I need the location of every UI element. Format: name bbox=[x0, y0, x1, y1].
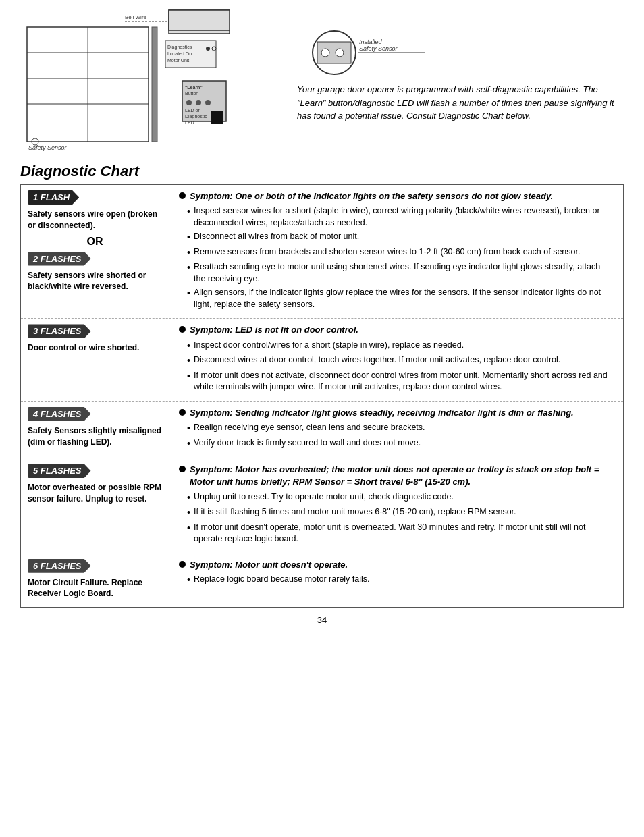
remedy-list-5: • Unplug unit to reset. Try to operate m… bbox=[187, 491, 614, 545]
remedy-list-3: • Inspect door control/wires for a short… bbox=[187, 340, 614, 394]
sensor-diagram: Installed Safety Sensor bbox=[297, 27, 432, 81]
remedy-list-6: • Replace logic board because motor rare… bbox=[187, 574, 614, 587]
diag-left-col-5: 5 FLASHES Motor overheated or possible R… bbox=[21, 458, 169, 553]
svg-point-31 bbox=[321, 49, 329, 57]
remedy-text: Inspect sensor wires for a short (staple… bbox=[194, 205, 614, 229]
diagnostic-table: 1 FLASH Safety sensors wire open (broken… bbox=[20, 184, 624, 608]
bullet-circle bbox=[179, 466, 186, 473]
cause-text-3: Door control or wire shorted. bbox=[28, 342, 139, 354]
bullet-circle bbox=[179, 326, 186, 333]
remedy-item: • Unplug unit to reset. Try to operate m… bbox=[187, 491, 614, 505]
diagram-right: Installed Safety Sensor Your garage door… bbox=[284, 7, 624, 123]
svg-text:Located On: Located On bbox=[167, 51, 192, 56]
section-title: Diagnostic Chart bbox=[20, 163, 624, 180]
remedy-item: • Verify door track is firmly secured to… bbox=[187, 437, 614, 451]
svg-text:LED: LED bbox=[185, 120, 194, 125]
diag-right-col-1-2: Symptom: One or both of the Indicator li… bbox=[169, 185, 623, 318]
svg-point-12 bbox=[186, 100, 192, 105]
cause-text-1: Safety sensors wire open (broken or disc… bbox=[28, 209, 162, 232]
remedy-text: Disconnect wires at door control, touch … bbox=[194, 354, 560, 367]
diag-flash-1-section: 1 FLASH Safety sensors wire open (broken… bbox=[21, 185, 169, 298]
svg-text:Safety Sensor: Safety Sensor bbox=[28, 144, 68, 151]
remedy-item: • Inspect sensor wires for a short (stap… bbox=[187, 205, 614, 229]
diag-left-col-6: 6 FLASHES Motor Circuit Failure. Replace… bbox=[21, 554, 169, 608]
garage-diagram: Safety Sensor "Learn" Button LED or Diag… bbox=[20, 7, 277, 155]
diagram-area: Safety Sensor "Learn" Button LED or Diag… bbox=[20, 7, 624, 157]
remedy-text: Inspect door control/wires for a short (… bbox=[194, 340, 464, 352]
svg-text:Motor Unit: Motor Unit bbox=[167, 58, 189, 63]
remedy-text: Verify door track is firmly secured to w… bbox=[194, 437, 421, 450]
remedy-text: Remove sensors from brackets and shorten… bbox=[194, 246, 580, 259]
svg-text:Safety Sensor: Safety Sensor bbox=[359, 45, 398, 52]
symptom-title-1: Symptom: One or both of the Indicator li… bbox=[190, 190, 553, 202]
svg-text:Diagnostic: Diagnostic bbox=[185, 114, 207, 119]
remedy-dot: • bbox=[187, 422, 191, 435]
svg-text:Bell Wire: Bell Wire bbox=[125, 14, 147, 20]
diag-right-col-6: Symptom: Motor unit doesn't operate. • R… bbox=[169, 554, 623, 608]
diag-row-6: 6 FLASHES Motor Circuit Failure. Replace… bbox=[21, 554, 623, 608]
remedy-dot: • bbox=[187, 522, 191, 535]
flash-badge-6: 6 FLASHES bbox=[28, 559, 91, 573]
remedy-text: If motor unit does not activate, disconn… bbox=[194, 370, 614, 394]
svg-text:"Learn": "Learn" bbox=[185, 85, 203, 90]
svg-rect-18 bbox=[211, 111, 223, 124]
remedy-text: If motor unit doesn't operate, motor uni… bbox=[194, 522, 614, 545]
remedy-item: • If motor unit does not activate, disco… bbox=[187, 370, 614, 394]
svg-text:Diagnostics: Diagnostics bbox=[167, 45, 192, 50]
svg-text:Button: Button bbox=[185, 91, 198, 96]
remedy-dot: • bbox=[187, 205, 191, 219]
remedy-dot: • bbox=[187, 370, 191, 383]
remedy-list-1: • Inspect sensor wires for a short (stap… bbox=[187, 205, 614, 310]
remedy-text: Reattach sending eye to motor unit using… bbox=[194, 261, 614, 285]
symptom-line-4: Symptom: Sending indicator light glows s… bbox=[179, 407, 614, 419]
remedy-text: Realign receiving eye sensor, clean lens… bbox=[194, 422, 425, 434]
cause-text-6: Motor Circuit Failure. Replace Receiver … bbox=[28, 577, 162, 600]
diagram-description: Your garage door opener is programmed wi… bbox=[297, 83, 624, 123]
remedy-item: • Replace logic board because motor rare… bbox=[187, 574, 614, 587]
remedy-text: Align sensors, if the indicator lights g… bbox=[194, 287, 614, 310]
svg-point-32 bbox=[336, 49, 344, 57]
svg-point-23 bbox=[206, 47, 210, 51]
remedy-dot: • bbox=[187, 354, 191, 368]
remedy-dot: • bbox=[187, 574, 191, 587]
remedy-item: • Reattach sending eye to motor unit usi… bbox=[187, 261, 614, 285]
diagram-left: Safety Sensor "Learn" Button LED or Diag… bbox=[20, 7, 284, 157]
diag-left-col-4: 4 FLASHES Safety Sensors slightly misali… bbox=[21, 402, 169, 458]
remedy-dot: • bbox=[187, 246, 191, 260]
remedy-text: Unplug unit to reset. Try to operate mot… bbox=[194, 491, 454, 504]
remedy-item: • Realign receiving eye sensor, clean le… bbox=[187, 422, 614, 435]
symptom-line-1: Symptom: One or both of the Indicator li… bbox=[179, 190, 614, 202]
page: Safety Sensor "Learn" Button LED or Diag… bbox=[0, 0, 644, 837]
or-label: OR bbox=[28, 236, 162, 248]
flash-badge-2: 2 FLASHES bbox=[28, 252, 91, 266]
cause-text-5: Motor overheated or possible RPM sensor … bbox=[28, 482, 162, 505]
diag-right-col-3: Symptom: LED is not lit on door control.… bbox=[169, 319, 623, 400]
remedy-text: If it is still flashing 5 times and moto… bbox=[194, 506, 516, 518]
remedy-item: • Remove sensors from brackets and short… bbox=[187, 246, 614, 260]
remedy-item: • Align sensors, if the indicator lights… bbox=[187, 287, 614, 310]
diag-row-5: 5 FLASHES Motor overheated or possible R… bbox=[21, 458, 623, 554]
flash-badge-4: 4 FLASHES bbox=[28, 407, 91, 421]
page-number: 34 bbox=[20, 615, 624, 625]
flash-badge-1: 1 FLASH bbox=[28, 190, 79, 205]
remedy-item: • If motor unit doesn't operate, motor u… bbox=[187, 522, 614, 545]
flash-badge-5: 5 FLASHES bbox=[28, 464, 91, 478]
symptom-line-6: Symptom: Motor unit doesn't operate. bbox=[179, 559, 614, 571]
remedy-item: • Inspect door control/wires for a short… bbox=[187, 340, 614, 353]
svg-point-24 bbox=[212, 47, 216, 51]
diag-row-3: 3 FLASHES Door control or wire shorted. … bbox=[21, 319, 623, 401]
remedy-text: Replace logic board because motor rarely… bbox=[194, 574, 370, 586]
symptom-title-6: Symptom: Motor unit doesn't operate. bbox=[190, 559, 348, 571]
svg-point-13 bbox=[196, 100, 201, 105]
symptom-title-5: Symptom: Motor has overheated; the motor… bbox=[190, 464, 614, 488]
remedy-item: • Disconnect all wires from back of moto… bbox=[187, 231, 614, 244]
diag-row-4: 4 FLASHES Safety Sensors slightly misali… bbox=[21, 402, 623, 458]
cause-text-4: Safety Sensors slightly misaligned (dim … bbox=[28, 425, 162, 448]
svg-rect-7 bbox=[152, 27, 157, 142]
diag-left-col-3: 3 FLASHES Door control or wire shorted. bbox=[21, 319, 169, 400]
remedy-dot: • bbox=[187, 491, 191, 505]
remedy-dot: • bbox=[187, 261, 191, 275]
svg-text:Installed: Installed bbox=[359, 38, 383, 45]
svg-point-14 bbox=[205, 100, 211, 105]
diag-right-col-4: Symptom: Sending indicator light glows s… bbox=[169, 402, 623, 458]
